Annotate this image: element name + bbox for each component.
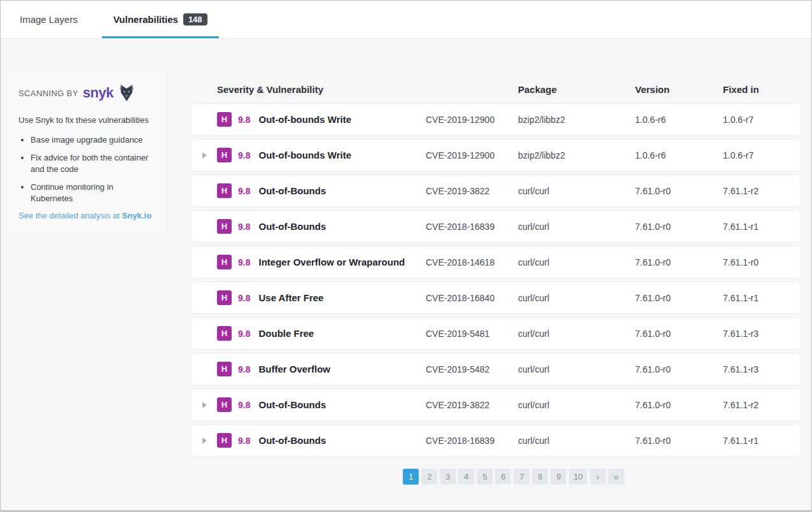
table-row[interactable]: H 9.8 Out-of-Bounds CVE-2019-3822 curl/c… (192, 175, 800, 206)
fixed-in-cell: 7.61.1-r1 (723, 293, 800, 303)
cve-id: CVE-2018-14618 (426, 257, 518, 267)
severity-badge: H (217, 112, 232, 127)
page-button-7[interactable]: 7 (514, 469, 529, 485)
package-cell: curl/curl (518, 257, 635, 267)
version-cell: 7.61.0-r0 (635, 364, 723, 374)
cvss-score: 9.8 (238, 222, 250, 232)
list-item: Fix advice for both the container and th… (31, 152, 155, 174)
header-fixed-in: Fixed in (723, 84, 800, 95)
page-button-2[interactable]: 2 (421, 469, 437, 485)
double-chevron-right-icon: » (613, 471, 619, 482)
fixed-in-cell: 1.0.6-r7 (723, 115, 800, 125)
page-button-6[interactable]: 6 (495, 469, 511, 485)
package-cell: curl/curl (518, 436, 635, 446)
snyk-dog-icon (119, 84, 134, 102)
vulnerability-name: Out-of-Bounds (258, 435, 326, 446)
vulnerability-name: Out-of-Bounds (258, 221, 326, 232)
tab-image-layers[interactable]: Image Layers (20, 1, 78, 38)
expand-icon[interactable] (202, 402, 207, 408)
severity-badge: H (217, 397, 232, 412)
page-button-1[interactable]: 1 (403, 469, 419, 485)
fixed-in-cell: 1.0.6-r7 (723, 150, 800, 160)
link-text: See the detailed analysis at (18, 211, 120, 220)
package-cell: bzip2/libbz2 (518, 150, 635, 160)
chevron-right-icon: › (596, 471, 599, 482)
vulnerability-table: Severity & Vulnerability Package Version… (192, 71, 800, 485)
list-item: Continue monitoring in Kubernetes (31, 181, 155, 204)
severity-badge: H (217, 290, 232, 305)
cve-id: CVE-2019-3822 (426, 400, 518, 410)
cvss-score: 9.8 (238, 115, 250, 125)
package-cell: curl/curl (518, 186, 635, 196)
header-package: Package (518, 84, 635, 95)
page-button-4[interactable]: 4 (458, 469, 474, 485)
vulnerability-name: Out-of-bounds Write (258, 150, 351, 160)
fixed-in-cell: 7.61.1-r1 (723, 222, 800, 232)
version-cell: 7.61.0-r0 (635, 222, 723, 232)
last-page-button[interactable]: » (608, 469, 624, 485)
package-cell: curl/curl (518, 293, 635, 303)
tab-vulnerabilities[interactable]: Vulnerabilities 148 (102, 1, 219, 38)
table-row[interactable]: H 9.8 Double Free CVE-2019-5481 curl/cur… (192, 318, 800, 349)
vulnerability-name: Integer Overflow or Wraparound (258, 257, 405, 267)
table-row[interactable]: H 9.8 Use After Free CVE-2018-16840 curl… (192, 282, 800, 313)
page-button-9[interactable]: 9 (550, 469, 566, 485)
fixed-in-cell: 7.61.1-r0 (723, 257, 800, 267)
table-body: H 9.8 Out-of-bounds Write CVE-2019-12900… (192, 104, 800, 456)
version-cell: 7.61.0-r0 (635, 329, 723, 339)
vulnerability-name: Buffer Overflow (258, 364, 330, 374)
cvss-score: 9.8 (238, 364, 250, 374)
vulnerability-count-badge: 148 (183, 13, 207, 25)
cvss-score: 9.8 (238, 329, 250, 339)
page-button-5[interactable]: 5 (477, 469, 493, 485)
version-cell: 1.0.6-r6 (635, 150, 723, 160)
table-row[interactable]: H 9.8 Buffer Overflow CVE-2019-5482 curl… (192, 353, 800, 385)
cvss-score: 9.8 (238, 150, 250, 160)
cvss-score: 9.8 (238, 293, 250, 303)
table-row[interactable]: H 9.8 Out-of-bounds Write CVE-2019-12900… (192, 139, 800, 171)
page-button-8[interactable]: 8 (532, 469, 548, 485)
fixed-in-cell: 7.61.1-r2 (723, 400, 800, 410)
severity-badge: H (217, 183, 232, 198)
severity-badge: H (217, 362, 232, 376)
expand-icon[interactable] (202, 152, 207, 159)
tab-label: Vulnerabilities (113, 14, 178, 25)
vulnerability-name: Out-of-Bounds (258, 399, 326, 410)
table-row[interactable]: H 9.8 Integer Overflow or Wraparound CVE… (192, 246, 800, 278)
cve-id: CVE-2019-12900 (426, 150, 518, 160)
snyk-benefits-list: Base image upgrade guidance Fix advice f… (18, 134, 155, 204)
vulnerability-name: Out-of-bounds Write (258, 114, 351, 125)
severity-badge: H (217, 219, 232, 234)
package-cell: curl/curl (518, 222, 635, 232)
cve-id: CVE-2019-3822 (426, 186, 518, 196)
vulnerability-name: Double Free (258, 328, 314, 339)
package-cell: curl/curl (518, 400, 635, 410)
next-page-button[interactable]: › (590, 469, 606, 485)
header-severity: Severity & Vulnerability (217, 84, 426, 95)
expand-icon[interactable] (202, 437, 207, 444)
table-row[interactable]: H 9.8 Out-of-bounds Write CVE-2019-12900… (192, 104, 800, 135)
page-button-10[interactable]: 10 (569, 469, 587, 485)
table-header: Severity & Vulnerability Package Version… (192, 71, 800, 104)
snyk-panel: SCANNING BY snyk Use Snyk to fix these v… (8, 71, 165, 234)
pagination: 12345678910›» (227, 469, 800, 485)
tab-label: Image Layers (20, 14, 78, 25)
severity-badge: H (217, 433, 232, 448)
link-brand: Snyk.io (122, 211, 151, 220)
cve-id: CVE-2018-16839 (426, 222, 518, 232)
table-row[interactable]: H 9.8 Out-of-Bounds CVE-2018-16839 curl/… (192, 425, 800, 456)
vulnerability-name: Out-of-Bounds (258, 185, 326, 196)
header-version: Version (635, 84, 723, 95)
page-button-3[interactable]: 3 (440, 469, 456, 485)
cvss-score: 9.8 (238, 436, 250, 446)
package-cell: bzip2/libbz2 (518, 115, 635, 125)
fixed-in-cell: 7.61.1-r2 (723, 186, 800, 196)
table-row[interactable]: H 9.8 Out-of-Bounds CVE-2019-3822 curl/c… (192, 389, 800, 420)
cve-id: CVE-2019-5482 (426, 364, 518, 374)
severity-badge: H (217, 148, 232, 162)
cvss-score: 9.8 (238, 400, 250, 410)
snyk-analysis-link[interactable]: See the detailed analysis at Snyk.io (18, 211, 155, 220)
version-cell: 7.61.0-r0 (635, 257, 723, 267)
table-row[interactable]: H 9.8 Out-of-Bounds CVE-2018-16839 curl/… (192, 211, 800, 242)
content-area: SCANNING BY snyk Use Snyk to fix these v… (1, 39, 811, 485)
